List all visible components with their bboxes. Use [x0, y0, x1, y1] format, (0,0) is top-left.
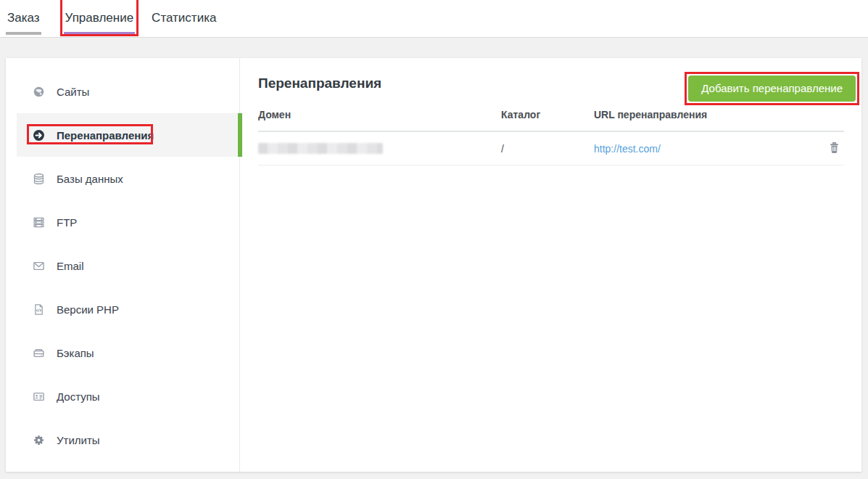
sidebar-item-label: Версии PHP	[57, 303, 119, 316]
sidebar-item-utilities[interactable]: Утилиты	[17, 418, 239, 462]
table-row: / http://test.com/	[258, 132, 844, 165]
redacted-domain	[258, 143, 383, 154]
tab-label: Управление	[65, 11, 134, 25]
tab-order[interactable]: Заказ	[7, 0, 40, 37]
sidebar-item-email[interactable]: Email	[17, 244, 239, 287]
id-card-icon	[33, 390, 45, 403]
redirect-url-link[interactable]: http://test.com/	[594, 143, 661, 155]
sidebar-item-label: Базы данных	[57, 173, 123, 185]
redirects-table: Домен Каталог URL перенаправления / http…	[258, 99, 844, 165]
column-header-domain: Домен	[258, 109, 501, 120]
sidebar-item-label: Доступы	[57, 390, 100, 403]
sidebar-item-ftp[interactable]: FTP	[17, 200, 239, 244]
sidebar-item-label: Утилиты	[57, 434, 100, 446]
add-redirect-button[interactable]: Добавить перенаправление	[688, 75, 856, 102]
envelope-icon	[33, 260, 45, 272]
hard-drive-icon	[33, 347, 45, 359]
catalog-cell: /	[501, 143, 594, 155]
tab-underline	[6, 32, 41, 35]
tabs: Заказ Управление Статистика	[0, 0, 868, 37]
main-panel: Сайты Перенаправления Базы да	[6, 58, 861, 472]
top-tab-bar: Заказ Управление Статистика	[0, 0, 868, 38]
gear-icon	[33, 434, 45, 446]
tab-statistics[interactable]: Статистика	[152, 0, 216, 37]
add-redirect-button-wrap: Добавить перенаправление	[688, 75, 856, 102]
server-icon	[33, 216, 45, 229]
tab-underline	[64, 32, 136, 35]
tab-label: Заказ	[7, 11, 40, 25]
sidebar-item-label: Бэкапы	[57, 347, 94, 359]
arrow-circle-right-icon	[33, 129, 45, 142]
globe-icon	[33, 86, 45, 98]
actions-cell	[814, 142, 844, 156]
sidebar-item-redirects[interactable]: Перенаправления	[17, 113, 239, 157]
sidebar-item-label: Перенаправления	[57, 129, 154, 142]
php-file-icon	[33, 303, 45, 316]
url-cell: http://test.com/	[594, 143, 814, 155]
sidebar-item-backups[interactable]: Бэкапы	[17, 331, 239, 374]
sidebar-item-databases[interactable]: Базы данных	[17, 157, 239, 200]
tab-management[interactable]: Управление	[65, 0, 134, 37]
content-area: Перенаправления Добавить перенаправление…	[241, 58, 861, 472]
trash-icon[interactable]	[829, 142, 840, 154]
sidebar-item-label: FTP	[57, 216, 77, 229]
sidebar-item-sites[interactable]: Сайты	[17, 70, 239, 113]
sidebar-item-access[interactable]: Доступы	[17, 374, 239, 418]
domain-cell	[258, 143, 501, 154]
tab-label: Статистика	[152, 11, 216, 25]
sidebar-item-php-versions[interactable]: Версии PHP	[17, 287, 239, 331]
table-header-row: Домен Каталог URL перенаправления	[258, 99, 844, 132]
database-icon	[33, 173, 45, 185]
column-header-redirect-url: URL перенаправления	[594, 109, 814, 120]
sidebar-item-label: Сайты	[57, 86, 89, 98]
column-header-catalog: Каталог	[501, 109, 594, 120]
sidebar: Сайты Перенаправления Базы да	[6, 58, 240, 472]
sidebar-item-label: Email	[57, 260, 84, 272]
